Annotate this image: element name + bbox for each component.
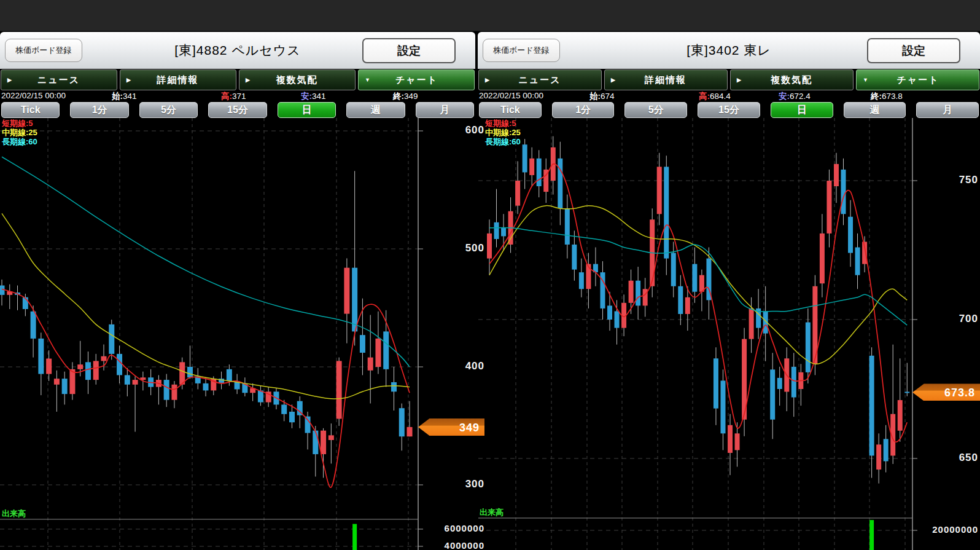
ma-legend: 短期線:5中期線:25長期線:60: [2, 119, 37, 146]
timeframe-button-5分[interactable]: 5分: [624, 102, 687, 118]
volume-label: 出来高: [2, 508, 26, 519]
ohlc-value: 安:672.4: [779, 91, 811, 102]
ma-legend-item: 長期線:60: [485, 137, 521, 146]
timeframe-button-日-selected[interactable]: 日: [771, 102, 833, 118]
timeframe-button-5分[interactable]: 5分: [139, 102, 198, 118]
tab-label: 複数気配: [257, 74, 336, 86]
volume-axis-label: 6000000: [412, 523, 484, 533]
ohlc-value: 安:341: [301, 91, 326, 102]
triangle-right-icon: ▶: [737, 77, 741, 83]
tab-2[interactable]: ▶複数気配: [239, 69, 356, 90]
ohlc-value: 終:349: [393, 91, 418, 102]
tab-bar-left: ▶ニュース▶詳細情報▶複数気配▼チャート: [0, 69, 475, 90]
tab-bar-right: ▶ニュース▶詳細情報▶複数気配▼チャート: [478, 69, 980, 90]
price-axis-label: 300: [423, 478, 484, 490]
triangle-down-icon: ▼: [863, 77, 868, 83]
timeframe-button-1分[interactable]: 1分: [552, 102, 615, 118]
ohlc-value: 高:684.4: [699, 91, 731, 102]
chart-datetime: 2022/02/15 00:00: [479, 91, 543, 100]
ma-legend-item: 中期線:25: [485, 128, 521, 137]
timeframe-button-Tick[interactable]: Tick: [1, 102, 60, 118]
tab-1[interactable]: ▶詳細情報: [604, 69, 728, 90]
timeframe-button-15分[interactable]: 15分: [698, 102, 760, 118]
tab-label: ニュース: [497, 74, 583, 86]
triangle-down-icon: ▼: [365, 77, 370, 83]
ohlc-value: 始:674: [589, 91, 615, 102]
current-price-flag: 673.8: [912, 383, 980, 401]
ohlc-value: 高:371: [221, 91, 246, 102]
price-axis-label: 500: [423, 242, 484, 254]
tab-label: 詳細情報: [138, 74, 217, 86]
triangle-right-icon: ▶: [485, 77, 489, 83]
panel-right-header: 株価ボード登録 [東]3402 東レ 設定: [478, 32, 980, 69]
price-chart-right[interactable]: [478, 118, 980, 550]
tab-0[interactable]: ▶ニュース: [478, 69, 602, 90]
triangle-right-icon: ▶: [611, 77, 615, 83]
volume-axis-label: 20000000: [906, 524, 978, 535]
tab-0[interactable]: ▶ニュース: [1, 69, 117, 90]
ma-legend: 短期線:5中期線:25長期線:60: [485, 119, 521, 146]
timeframe-button-週[interactable]: 週: [844, 102, 906, 118]
price-axis-label: 400: [423, 360, 484, 372]
tab-label: ニュース: [19, 74, 98, 86]
timeframe-button-日-selected[interactable]: 日: [278, 102, 336, 118]
current-price-value: 349: [459, 422, 480, 434]
current-price-flag: 349: [418, 418, 484, 436]
tab-label: 複数気配: [749, 74, 834, 86]
tab-label: チャート: [378, 74, 456, 86]
volume-axis-label: 4000000: [412, 540, 484, 550]
settings-button[interactable]: 設定: [867, 38, 960, 63]
top-bar: [0, 0, 980, 31]
ohlc-info-left: 2022/02/15 00:00始:341高:371安:341終:349: [0, 90, 475, 102]
stock-chart-app: 株価ボード登録 [東]4882 ペルセウス 設定 ▶ニュース▶詳細情報▶複数気配…: [0, 0, 980, 550]
tab-label: 詳細情報: [623, 74, 709, 86]
chart-datetime: 2022/02/15 00:00: [1, 91, 66, 100]
ma-legend-item: 中期線:25: [2, 128, 37, 137]
price-axis-label: 600: [423, 124, 484, 136]
tab-label: チャート: [876, 74, 960, 86]
ma-legend-item: 短期線:5: [2, 119, 37, 128]
triangle-right-icon: ▶: [126, 77, 131, 83]
settings-button[interactable]: 設定: [362, 38, 456, 63]
timeframe-button-1分[interactable]: 1分: [70, 102, 128, 118]
timeframe-button-15分[interactable]: 15分: [208, 102, 266, 118]
ohlc-info-right: 2022/02/15 00:00始:674高:684.4安:672.4終:673…: [478, 90, 980, 102]
timeframe-bar-left: Tick1分5分15分日週月: [0, 102, 475, 118]
price-axis-label: 750: [917, 174, 978, 186]
volume-label: 出来高: [480, 507, 504, 518]
triangle-right-icon: ▶: [246, 77, 250, 83]
timeframe-button-Tick[interactable]: Tick: [479, 102, 542, 118]
tab-3-selected[interactable]: ▼チャート: [358, 69, 475, 90]
ma-legend-item: 短期線:5: [485, 119, 521, 128]
current-price-value: 673.8: [944, 387, 975, 399]
price-axis-label: 700: [917, 313, 978, 325]
tab-2[interactable]: ▶複数気配: [730, 69, 854, 90]
timeframe-button-月[interactable]: 月: [416, 102, 474, 118]
ma-legend-item: 長期線:60: [2, 137, 37, 146]
price-axis-label: 650: [917, 452, 978, 464]
tab-3-selected[interactable]: ▼チャート: [856, 69, 979, 90]
panel-left-header: 株価ボード登録 [東]4882 ペルセウス 設定: [0, 32, 475, 69]
ohlc-value: 始:341: [112, 91, 137, 102]
timeframe-bar-right: Tick1分5分15分日週月: [478, 102, 980, 118]
ohlc-value: 終:673.8: [871, 91, 903, 102]
timeframe-button-月[interactable]: 月: [916, 102, 979, 118]
tab-1[interactable]: ▶詳細情報: [120, 69, 236, 90]
triangle-right-icon: ▶: [7, 77, 12, 83]
timeframe-button-週[interactable]: 週: [346, 102, 405, 118]
price-chart-left[interactable]: [0, 118, 486, 550]
